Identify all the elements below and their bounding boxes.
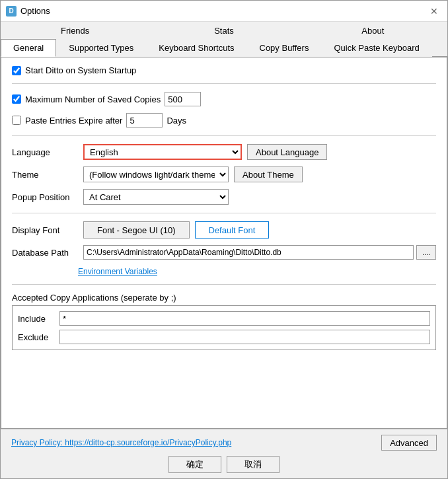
language-select[interactable]: English French German Spanish Chinese xyxy=(83,144,242,160)
tab-friends[interactable]: Friends xyxy=(1,22,149,39)
max-copies-input[interactable] xyxy=(165,92,201,106)
divider3 xyxy=(12,213,436,213)
window-title: Options xyxy=(20,6,50,16)
divider2 xyxy=(12,135,436,136)
advanced-button[interactable]: Advanced xyxy=(381,435,437,451)
font-select-button[interactable]: Font - Segoe UI (10) xyxy=(83,221,190,239)
language-control: English French German Spanish Chinese Ab… xyxy=(83,144,436,160)
about-theme-button[interactable]: About Theme xyxy=(234,166,303,182)
title-bar-left: D Options xyxy=(6,6,50,17)
divider4 xyxy=(12,284,436,285)
tab-keyboard-shortcuts[interactable]: Keyboard Shortcuts xyxy=(146,39,246,57)
include-label: Include xyxy=(18,314,54,324)
tab-quick-paste[interactable]: Quick Paste Keyboard xyxy=(321,39,431,57)
include-row: Include xyxy=(18,311,430,326)
title-bar: D Options ✕ xyxy=(1,1,447,22)
divider1 xyxy=(12,83,436,84)
popup-select[interactable]: At Caret At Mouse Top Left Top Right Bot… xyxy=(83,189,229,205)
ok-button[interactable]: 确定 xyxy=(168,456,221,473)
paste-expire-label: Paste Entries Expire after xyxy=(25,116,122,126)
language-label: Language xyxy=(12,147,78,157)
db-path-input[interactable] xyxy=(83,245,414,260)
paste-expire-row: Paste Entries Expire after Days xyxy=(12,113,436,128)
app-icon: D xyxy=(6,6,17,17)
theme-control: (Follow windows light/dark themes) Light… xyxy=(83,166,436,182)
max-copies-label: Maximum Number of Saved Copies xyxy=(25,94,161,104)
default-font-button[interactable]: Default Font xyxy=(195,221,270,239)
db-control: .... xyxy=(83,245,436,260)
env-link-row: Environment Variables xyxy=(12,266,436,276)
startup-row: Start Ditto on System Startup xyxy=(12,65,436,75)
popup-position-row: Popup Position At Caret At Mouse Top Lef… xyxy=(12,189,436,205)
accepted-copy-box: Include Exclude xyxy=(12,305,436,350)
tab-general[interactable]: General xyxy=(1,39,56,57)
privacy-policy-link[interactable]: Privacy Policy: https://ditto-cp.sourcef… xyxy=(11,438,231,447)
db-label: Database Path xyxy=(12,248,78,258)
popup-control: At Caret At Mouse Top Left Top Right Bot… xyxy=(83,189,436,205)
bottom-area: Privacy Policy: https://ditto-cp.sourcef… xyxy=(1,429,447,478)
max-copies-checkbox[interactable] xyxy=(12,94,21,104)
paste-expire-unit: Days xyxy=(167,116,186,126)
env-variables-link[interactable]: Environment Variables xyxy=(78,267,157,276)
options-window: D Options ✕ Friends Stats About General … xyxy=(0,0,448,479)
bottom-row2: 确定 取消 xyxy=(11,456,437,473)
bottom-row1: Privacy Policy: https://ditto-cp.sourcef… xyxy=(11,435,437,451)
exclude-row: Exclude xyxy=(18,330,430,344)
popup-label: Popup Position xyxy=(12,192,78,202)
font-label: Display Font xyxy=(12,225,78,235)
tab-copy-buffers[interactable]: Copy Buffers xyxy=(247,39,322,57)
about-language-button[interactable]: About Language xyxy=(247,144,327,160)
tab-supported-types[interactable]: Supported Types xyxy=(56,39,146,57)
db-path-row: Database Path .... xyxy=(12,245,436,260)
language-row: Language English French German Spanish C… xyxy=(12,144,436,160)
font-row: Display Font Font - Segoe UI (10) Defaul… xyxy=(12,221,436,239)
accepted-copy-section: Accepted Copy Applications (seperate by … xyxy=(12,293,436,350)
tab-about[interactable]: About xyxy=(299,22,447,39)
cancel-button[interactable]: 取消 xyxy=(227,456,280,473)
accepted-copy-label: Accepted Copy Applications (seperate by … xyxy=(12,293,436,303)
max-copies-row: Maximum Number of Saved Copies xyxy=(12,92,436,106)
include-input[interactable] xyxy=(59,311,430,326)
tab-row-top: Friends Stats About xyxy=(1,22,447,39)
exclude-input[interactable] xyxy=(59,330,430,344)
paste-expire-checkbox[interactable] xyxy=(12,116,21,125)
exclude-label: Exclude xyxy=(18,332,54,342)
theme-label: Theme xyxy=(12,170,78,180)
font-control: Font - Segoe UI (10) Default Font xyxy=(83,221,436,239)
startup-checkbox[interactable] xyxy=(12,66,21,75)
tab-row-bottom: General Supported Types Keyboard Shortcu… xyxy=(1,39,447,57)
db-browse-button[interactable]: .... xyxy=(416,245,436,260)
paste-expire-input[interactable] xyxy=(126,113,163,128)
tab-stats[interactable]: Stats xyxy=(149,22,298,39)
close-button[interactable]: ✕ xyxy=(426,3,442,19)
main-content: Start Ditto on System Startup Maximum Nu… xyxy=(1,57,447,429)
theme-row: Theme (Follow windows light/dark themes)… xyxy=(12,166,436,182)
startup-label: Start Ditto on System Startup xyxy=(25,65,136,75)
theme-select[interactable]: (Follow windows light/dark themes) Light… xyxy=(83,166,229,182)
